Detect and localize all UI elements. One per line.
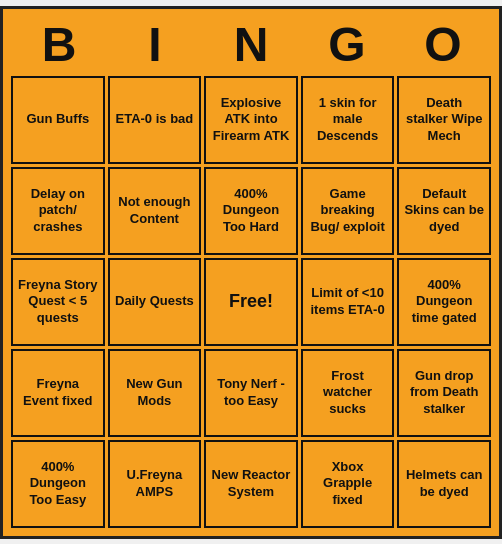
bingo-cell-8[interactable]: Game breaking Bug/ exploit: [301, 167, 395, 255]
bingo-cell-20[interactable]: 400% Dungeon Too Easy: [11, 440, 105, 528]
bingo-cell-17[interactable]: Tony Nerf - too Easy: [204, 349, 298, 437]
bingo-letter-i: I: [111, 17, 199, 72]
bingo-header: BINGO: [11, 17, 491, 72]
bingo-cell-24[interactable]: Helmets can be dyed: [397, 440, 491, 528]
bingo-cell-21[interactable]: U.Freyna AMPS: [108, 440, 202, 528]
bingo-cell-18[interactable]: Frost watcher sucks: [301, 349, 395, 437]
bingo-cell-14[interactable]: 400% Dungeon time gated: [397, 258, 491, 346]
bingo-cell-11[interactable]: Daily Quests: [108, 258, 202, 346]
bingo-cell-2[interactable]: Explosive ATK into Firearm ATK: [204, 76, 298, 164]
bingo-letter-n: N: [207, 17, 295, 72]
bingo-cell-16[interactable]: New Gun Mods: [108, 349, 202, 437]
bingo-cell-15[interactable]: Freyna Event fixed: [11, 349, 105, 437]
bingo-cell-22[interactable]: New Reactor System: [204, 440, 298, 528]
bingo-cell-9[interactable]: Default Skins can be dyed: [397, 167, 491, 255]
bingo-card: BINGO Gun BuffsETA-0 is badExplosive ATK…: [0, 6, 502, 539]
bingo-letter-g: G: [303, 17, 391, 72]
bingo-cell-23[interactable]: Xbox Grapple fixed: [301, 440, 395, 528]
bingo-cell-7[interactable]: 400% Dungeon Too Hard: [204, 167, 298, 255]
bingo-cell-19[interactable]: Gun drop from Death stalker: [397, 349, 491, 437]
bingo-cell-13[interactable]: Limit of <10 items ETA-0: [301, 258, 395, 346]
bingo-letter-o: O: [399, 17, 487, 72]
bingo-cell-5[interactable]: Delay on patch/ crashes: [11, 167, 105, 255]
bingo-cell-0[interactable]: Gun Buffs: [11, 76, 105, 164]
bingo-cell-3[interactable]: 1 skin for male Descends: [301, 76, 395, 164]
bingo-letter-b: B: [15, 17, 103, 72]
bingo-cell-12[interactable]: Free!: [204, 258, 298, 346]
bingo-cell-6[interactable]: Not enough Content: [108, 167, 202, 255]
bingo-grid: Gun BuffsETA-0 is badExplosive ATK into …: [11, 76, 491, 528]
bingo-cell-1[interactable]: ETA-0 is bad: [108, 76, 202, 164]
bingo-cell-4[interactable]: Death stalker Wipe Mech: [397, 76, 491, 164]
bingo-cell-10[interactable]: Freyna Story Quest < 5 quests: [11, 258, 105, 346]
